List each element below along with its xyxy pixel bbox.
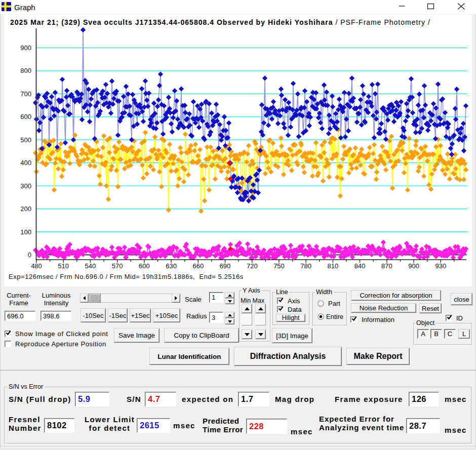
- svg-text:630: 630: [166, 262, 177, 270]
- svg-text:690: 690: [220, 262, 231, 270]
- svg-text:900: 900: [408, 262, 419, 270]
- svg-text:Exp=126msec / Frm No.696.0 / F: Exp=126msec / Frm No.696.0 / Frm Mid= 19…: [9, 273, 244, 280]
- svg-text:660: 660: [192, 262, 204, 270]
- svg-text:870: 870: [381, 262, 392, 270]
- svg-text:840: 840: [354, 262, 366, 270]
- svg-text:600: 600: [20, 113, 31, 120]
- svg-text:810: 810: [328, 262, 339, 270]
- svg-text:0: 0: [28, 251, 31, 259]
- svg-text:900: 900: [20, 44, 31, 52]
- svg-text:2025 Mar 21; (329) Svea occult: 2025 Mar 21; (329) Svea occults J171354.…: [10, 18, 430, 26]
- svg-text:600: 600: [139, 262, 150, 270]
- svg-text:200: 200: [20, 205, 31, 213]
- svg-text:800: 800: [20, 67, 31, 74]
- svg-text:400: 400: [20, 159, 31, 167]
- svg-text:700: 700: [20, 90, 31, 98]
- svg-text:510: 510: [58, 262, 69, 270]
- svg-text:300: 300: [20, 182, 31, 190]
- svg-text:720: 720: [247, 262, 258, 270]
- svg-text:750: 750: [273, 262, 285, 270]
- svg-text:540: 540: [85, 262, 96, 270]
- svg-text:930: 930: [435, 262, 446, 270]
- svg-text:480: 480: [31, 262, 42, 270]
- svg-text:780: 780: [300, 262, 311, 270]
- svg-text:570: 570: [112, 262, 123, 270]
- svg-text:500: 500: [20, 136, 31, 144]
- svg-text:100: 100: [20, 228, 31, 236]
